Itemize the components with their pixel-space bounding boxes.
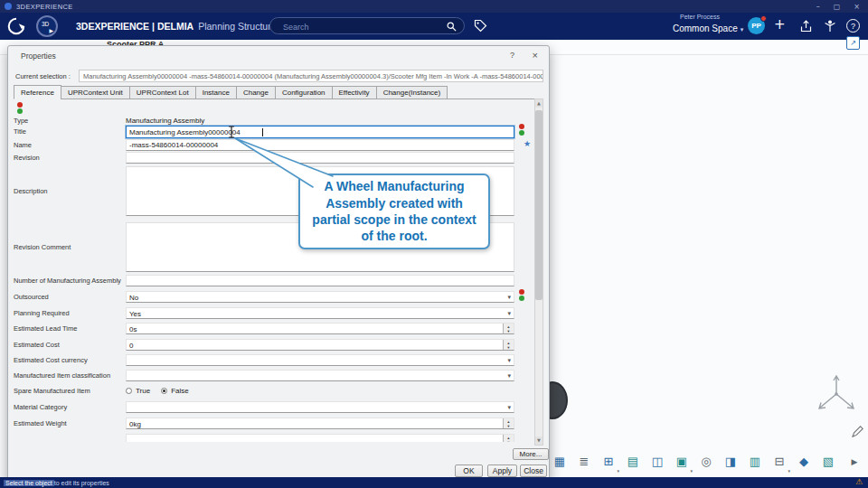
collaboration-icon[interactable] <box>823 19 837 33</box>
properties-dialog: Properties ? × Current selection : Manuf… <box>7 45 550 481</box>
dialog-tabs: Reference UPRContext Unit UPRContext Lot… <box>14 85 542 99</box>
space-label: Common Space <box>673 23 738 33</box>
chevron-down-icon[interactable]: ▾ <box>507 294 511 301</box>
apply-button[interactable]: Apply <box>487 465 517 477</box>
scroll-down-icon[interactable]: ▼ <box>535 436 542 445</box>
tab-change-instance[interactable]: Change(Instance) <box>376 86 448 99</box>
search-input[interactable] <box>281 19 434 34</box>
material-category-select[interactable]: ▾ <box>126 401 514 413</box>
toolbar-collapse-button[interactable]: ⊟▾ <box>769 453 789 471</box>
radio-false[interactable] <box>161 388 167 394</box>
revision-field[interactable] <box>126 152 514 164</box>
status-bar: Select the object to edit its properties… <box>0 477 868 488</box>
partial-field[interactable]: ▴▾ <box>126 434 514 442</box>
compass-logo-icon[interactable] <box>6 16 26 36</box>
toolbar-list-view-button[interactable]: ≣ <box>574 453 594 471</box>
toolbar-panels-button[interactable]: ◫ <box>647 453 667 471</box>
close-button[interactable]: × <box>854 3 860 11</box>
dialog-close-icon[interactable]: × <box>533 50 538 61</box>
share-icon[interactable] <box>799 20 813 33</box>
estimated-cost-spinner[interactable]: 0 ▴▾ <box>126 339 514 351</box>
spinner-arrows-icon[interactable]: ▴▾ <box>503 324 514 333</box>
tab-effectivity[interactable]: Effectivity <box>332 86 377 99</box>
more-button[interactable]: More... <box>513 448 549 460</box>
minimize-button[interactable]: – <box>816 3 820 11</box>
title-status-icon <box>519 124 524 136</box>
favorite-star-icon[interactable]: ★ <box>524 140 531 148</box>
stylus-icon[interactable] <box>851 425 864 438</box>
name-input[interactable] <box>127 140 514 150</box>
toolbar-table-view-button[interactable]: ▥ <box>745 453 765 471</box>
estimated-weight-value: 0kg <box>129 419 141 429</box>
tab-instance[interactable]: Instance <box>195 86 237 99</box>
estimated-weight-spinner[interactable]: 0kg ▴▾ <box>126 418 514 429</box>
scrollbar-thumb[interactable] <box>535 110 542 300</box>
toolbar-highlight-button[interactable]: ◆ <box>794 453 814 471</box>
add-content-button[interactable]: + <box>774 16 786 33</box>
planning-required-value: Yes <box>129 309 141 319</box>
dialog-scrollbar[interactable]: ▲ ▼ <box>534 99 543 446</box>
space-selector[interactable]: Common Space▾ <box>673 23 743 33</box>
avatar[interactable]: PP <box>748 17 765 34</box>
expand-panel-icon[interactable]: ↗ <box>846 36 860 50</box>
chevron-down-icon[interactable]: ▾ <box>507 310 511 317</box>
toolbar-structure-tree-button[interactable]: ▦ <box>550 453 570 471</box>
number-of-ma-input[interactable] <box>127 276 514 286</box>
toolbar-overflow-button[interactable]: ▶ <box>844 453 864 471</box>
name-field[interactable] <box>126 139 514 151</box>
bottom-toolbar: ▦ ≣ ⊞▾ ▤ ◫ ▣▾ ◎ ◨ ▥ ⊟▾ ◆ ▧ ▶ <box>542 452 864 474</box>
planning-required-select[interactable]: Yes ▾ <box>126 307 514 319</box>
toolbar-split-view-button[interactable]: ◨ <box>721 453 741 471</box>
chevron-down-icon[interactable]: ▾ <box>507 404 511 411</box>
search-bar[interactable] <box>269 17 465 34</box>
revision-input[interactable] <box>127 153 514 163</box>
tag-icon[interactable] <box>474 19 487 33</box>
ok-button[interactable]: OK <box>455 465 483 477</box>
chevron-down-icon: ▾ <box>690 469 693 474</box>
outsourced-label: Outsourced <box>14 293 49 301</box>
number-of-ma-field[interactable] <box>126 275 514 286</box>
estimated-cost-currency-label: Estimated Cost currency <box>14 356 88 364</box>
chevron-down-icon[interactable]: ▾ <box>507 357 511 364</box>
outsourced-value: No <box>129 293 138 303</box>
chevron-down-icon[interactable]: ▾ <box>507 372 511 380</box>
outsourced-select[interactable]: No ▾ <box>126 291 514 303</box>
3d-compass-triad-icon[interactable] <box>812 372 861 418</box>
estimated-lead-time-spinner[interactable]: 0s ▴▾ <box>126 323 514 334</box>
tab-configuration[interactable]: Configuration <box>275 86 333 99</box>
tab-uprcontext-unit[interactable]: UPRContext Unit <box>61 86 130 99</box>
radio-true[interactable] <box>126 388 132 394</box>
media-compass-badge[interactable]: 3D ▶ <box>36 15 58 37</box>
tab-change[interactable]: Change <box>236 86 276 99</box>
partial-next-field: ▴▾ <box>126 434 514 442</box>
app-name: Planning Structure <box>198 21 276 32</box>
spinner-arrows-icon[interactable]: ▴▾ <box>503 340 514 350</box>
callout-text: A Wheel Manufacturing Assembly created w… <box>308 178 480 245</box>
spinner-arrows-icon[interactable]: ▴▾ <box>503 418 514 428</box>
dialog-title: Properties <box>21 52 56 61</box>
title-input[interactable] <box>127 127 514 137</box>
warning-icon[interactable]: ⚠ <box>855 477 863 486</box>
search-icon[interactable] <box>447 22 457 32</box>
chevron-down-icon: ▾ <box>617 469 619 474</box>
tab-reference[interactable]: Reference <box>14 85 61 99</box>
scroll-up-icon[interactable]: ▲ <box>535 99 542 108</box>
toolbar-new-window-button[interactable]: ⊞▾ <box>599 453 618 471</box>
title-field[interactable] <box>126 126 514 138</box>
tab-uprcontext-lot[interactable]: UPRContext Lot <box>129 86 196 99</box>
window-titlebar: 3DEXPERIENCE – ▢ × <box>0 0 868 13</box>
toolbar-layout-button[interactable]: ▤ <box>623 453 643 471</box>
maximize-button[interactable]: ▢ <box>834 3 841 11</box>
spinner-arrows-icon[interactable]: ▴▾ <box>503 435 514 442</box>
radio-true-label: True <box>136 387 150 395</box>
manufactured-item-classification-select[interactable]: ▾ <box>126 370 514 381</box>
number-of-ma-label: Number of Manufacturing Assembly <box>14 277 121 285</box>
toolbar-display-mode-button[interactable]: ▣▾ <box>672 453 692 471</box>
close-dialog-button[interactable]: Close <box>520 465 547 477</box>
toolbar-settings-button[interactable]: ◎ <box>696 453 716 471</box>
help-icon[interactable]: ? <box>846 19 860 33</box>
estimated-cost-value: 0 <box>129 341 133 351</box>
estimated-cost-currency-select[interactable]: ▾ <box>126 354 514 366</box>
toolbar-shading-button[interactable]: ▧ <box>818 453 838 471</box>
dialog-help-icon[interactable]: ? <box>510 51 514 60</box>
